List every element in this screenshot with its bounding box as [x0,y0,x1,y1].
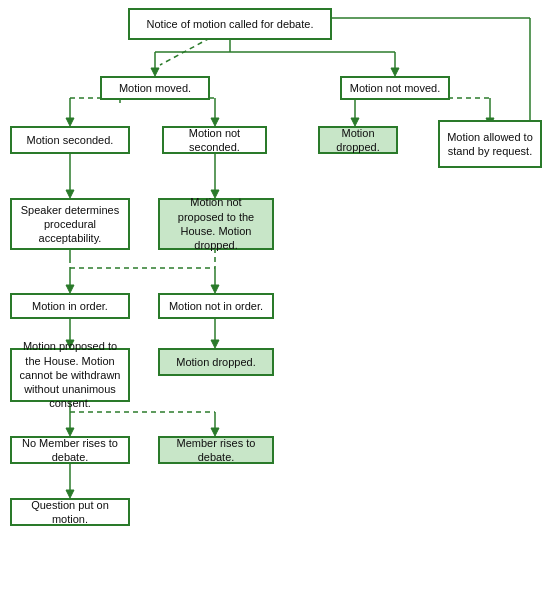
svg-marker-41 [211,340,219,348]
motion-in-order-label: Motion in order. [32,299,108,313]
motion-allowed-box: Motion allowed to stand by request. [438,120,542,168]
motion-not-seconded-label: Motion not seconded. [170,126,259,155]
motion-proposed-label: Motion proposed to the House. Motion can… [18,339,122,410]
motion-not-seconded-box: Motion not seconded. [162,126,267,154]
speaker-determines-label: Speaker determines procedural acceptabil… [18,203,122,246]
flowchart: Notice of motion called for debate. Moti… [0,0,560,609]
svg-marker-34 [66,285,74,293]
motion-not-proposed-box: Motion not proposed to the House. Motion… [158,198,274,250]
motion-not-proposed-label: Motion not proposed to the House. Motion… [166,195,266,252]
motion-not-in-order-box: Motion not in order. [158,293,274,319]
motion-not-in-order-label: Motion not in order. [169,299,263,313]
motion-not-moved-box: Motion not moved. [340,76,450,100]
motion-not-moved-label: Motion not moved. [350,81,441,95]
svg-line-0 [160,38,210,65]
no-member-label: No Member rises to debate. [18,436,122,465]
no-member-box: No Member rises to debate. [10,436,130,464]
question-put-box: Question put on motion. [10,498,130,526]
svg-marker-36 [211,285,219,293]
member-rises-box: Member rises to debate. [158,436,274,464]
motion-in-order-box: Motion in order. [10,293,130,319]
motion-seconded-box: Motion seconded. [10,126,130,154]
motion-seconded-label: Motion seconded. [27,133,114,147]
motion-dropped-2-box: Motion dropped. [158,348,274,376]
motion-dropped-1-box: Motion dropped. [318,126,398,154]
motion-proposed-box: Motion proposed to the House. Motion can… [10,348,130,402]
notice-box: Notice of motion called for debate. [128,8,332,40]
motion-dropped-2-label: Motion dropped. [176,355,256,369]
motion-allowed-label: Motion allowed to stand by request. [446,130,534,159]
svg-marker-4 [151,68,159,76]
svg-marker-7 [391,68,399,76]
member-rises-label: Member rises to debate. [166,436,266,465]
question-put-label: Question put on motion. [18,498,122,527]
svg-marker-27 [66,190,74,198]
svg-marker-11 [66,118,74,126]
speaker-determines-box: Speaker determines procedural acceptabil… [10,198,130,250]
notice-label: Notice of motion called for debate. [147,17,314,31]
motion-moved-box: Motion moved. [100,76,210,100]
motion-dropped-1-label: Motion dropped. [326,126,390,155]
motion-moved-label: Motion moved. [119,81,191,95]
